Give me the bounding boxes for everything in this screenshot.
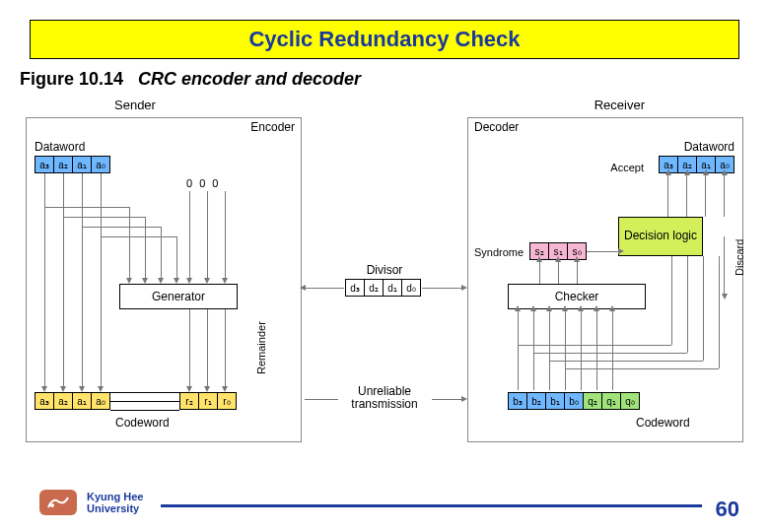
encoder-panel: Encoder Dataword a₃ a₂ a₁ a₀ 000 xyxy=(26,117,302,442)
cell-a3: a₃ xyxy=(35,156,54,173)
figure-caption: Figure 10.14 CRC encoder and decoder xyxy=(20,69,739,90)
b1: b₁ xyxy=(545,392,565,410)
d2: d₂ xyxy=(364,279,384,297)
codeword-label-right: Codeword xyxy=(636,416,690,430)
cw-a3: a₃ xyxy=(35,392,54,410)
sender-label: Sender xyxy=(114,98,156,112)
footer-rule xyxy=(161,504,701,507)
diagram: Sender Receiver Encoder Dataword a₃ a₂ a… xyxy=(26,98,743,452)
decision-block: Decision logic xyxy=(618,217,703,256)
dataword-a-left: a₃ a₂ a₁ a₀ xyxy=(35,156,110,173)
codeword-label-left: Codeword xyxy=(115,416,170,430)
svg-point-0 xyxy=(50,503,54,507)
slide-title: Cyclic Redundancy Check xyxy=(248,27,520,51)
b3: b₃ xyxy=(508,392,527,410)
footer: Kyung Hee University 60 xyxy=(0,483,769,522)
cell-a1: a₁ xyxy=(72,156,92,173)
cw-r2: r₂ xyxy=(179,392,199,410)
generator-block: Generator xyxy=(119,284,238,309)
q1: q₁ xyxy=(601,392,621,410)
institution-name: Kyung Hee University xyxy=(87,491,143,514)
slide-title-bar: Cyclic Redundancy Check xyxy=(30,20,739,59)
d1: d₁ xyxy=(383,279,402,297)
dataword-label-left: Dataword xyxy=(35,140,85,154)
codeword-right: b₃ b₂ b₁ b₀ q₂ q₁ q₀ xyxy=(508,392,640,410)
decoder-panel: Decoder Dataword a₃ a₂ a₁ a₀ Accept Deci… xyxy=(467,117,743,442)
discard-label: Discard xyxy=(734,239,745,276)
dataword-label-right: Dataword xyxy=(684,140,734,154)
cw-r1: r₁ xyxy=(198,392,218,410)
d3: d₃ xyxy=(345,279,365,297)
receiver-label: Receiver xyxy=(594,98,645,112)
q0: q₀ xyxy=(620,392,640,410)
checker-block: Checker xyxy=(508,284,646,309)
cw-a2: a₂ xyxy=(53,392,73,410)
cw-a0: a₀ xyxy=(91,392,110,410)
divisor-cells: d₃ d₂ d₁ d₀ xyxy=(345,279,421,297)
cw-a1: a₁ xyxy=(72,392,92,410)
zeros-row: 000 xyxy=(186,177,225,189)
figure-number: Figure 10.14 xyxy=(20,69,123,89)
figure-title: CRC encoder and decoder xyxy=(138,69,361,89)
cell-a0: a₀ xyxy=(91,156,110,173)
decoder-label: Decoder xyxy=(474,120,519,134)
codeword-left: a₃ a₂ a₁ a₀ xyxy=(35,392,110,410)
cell-a2: a₂ xyxy=(53,156,73,173)
encoder-label: Encoder xyxy=(250,120,295,134)
codeword-r-left: r₂ r₁ r₀ xyxy=(179,392,237,410)
accept-label: Accept xyxy=(610,162,644,173)
syndrome-label: Syndrome xyxy=(474,246,524,258)
university-logo-icon xyxy=(39,490,77,515)
cw-r0: r₀ xyxy=(217,392,237,410)
remainder-label: Remainder xyxy=(255,321,267,374)
d0: d₀ xyxy=(401,279,421,297)
b0: b₀ xyxy=(564,392,584,410)
b2: b₂ xyxy=(526,392,546,410)
q2: q₂ xyxy=(583,392,602,410)
unreliable-label: Unreliable transmission xyxy=(335,385,434,411)
divisor-label: Divisor xyxy=(335,263,434,277)
page-number: 60 xyxy=(716,497,739,522)
